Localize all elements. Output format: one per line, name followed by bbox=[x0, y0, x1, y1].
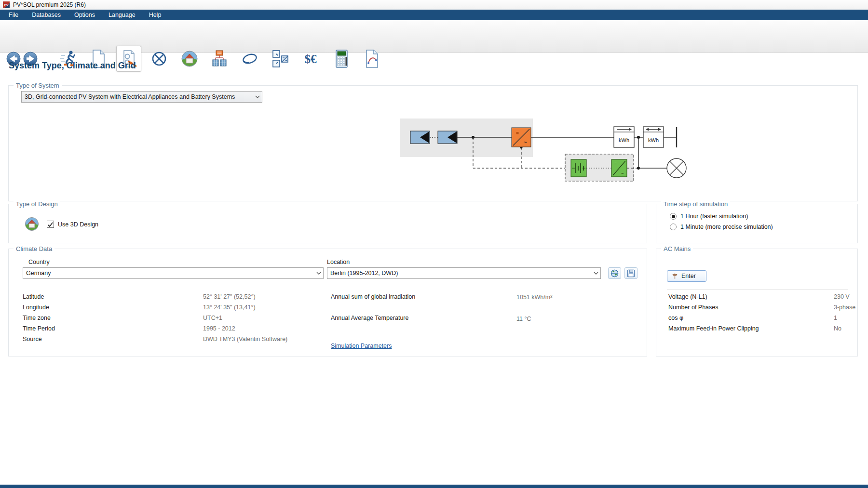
timestep-option-label: 1 Minute (more precise simulation) bbox=[680, 224, 773, 230]
app-logo-icon: PV bbox=[3, 1, 10, 8]
save-icon bbox=[626, 269, 636, 278]
menu-help[interactable]: Help bbox=[142, 10, 168, 20]
toolbar: $€ bbox=[0, 20, 868, 53]
svg-text:=: = bbox=[516, 131, 519, 136]
simulation-parameters-link[interactable]: Simulation Parameters bbox=[331, 343, 392, 349]
location-label: Location bbox=[327, 259, 350, 265]
ac-detail-row: cos φ1 bbox=[668, 313, 852, 323]
section-type-of-system: Type of System 3D, Grid-connected PV Sys… bbox=[8, 85, 858, 201]
use-3d-design-checkbox[interactable] bbox=[47, 221, 54, 228]
timestep-option-1minute[interactable]: 1 Minute (more precise simulation) bbox=[670, 224, 773, 230]
irradiation-value: 1051 kWh/m² bbox=[516, 294, 552, 301]
location-select[interactable]: Berlin (1995-2012, DWD) bbox=[327, 267, 601, 279]
irradiation-label: Annual sum of global irradiation bbox=[331, 293, 415, 300]
inverter-configuration-icon[interactable] bbox=[271, 48, 290, 70]
menu-databases[interactable]: Databases bbox=[25, 10, 68, 20]
section-label-type-of-system: Type of System bbox=[14, 82, 62, 89]
section-time-step: Time step of simulation 1 Hour (faster s… bbox=[656, 204, 858, 243]
save-climate-button[interactable] bbox=[624, 267, 637, 279]
section-label-type-of-design: Type of Design bbox=[14, 200, 60, 208]
feed-in-meter-symbol: kWh bbox=[614, 127, 634, 147]
radio-icon[interactable] bbox=[670, 213, 677, 220]
svg-text:kWh: kWh bbox=[648, 137, 659, 143]
timestep-option-label: 1 Hour (faster simulation) bbox=[680, 213, 748, 220]
power-pole-icon bbox=[671, 272, 678, 280]
chevron-down-icon bbox=[314, 272, 323, 275]
climate-detail-row: Latitude52° 31' 27" (52,52°) bbox=[23, 291, 312, 302]
ac-mains-enter-button[interactable]: Enter bbox=[667, 270, 706, 282]
page-title: System Type, Climate and Grid bbox=[9, 61, 136, 71]
temperature-label: Annual Average Temperature bbox=[331, 315, 408, 321]
grid-meter-symbol: kWh bbox=[643, 127, 664, 147]
system-type-selected-value: 3D, Grid-connected PV System with Electr… bbox=[22, 93, 253, 100]
climate-map-button[interactable] bbox=[608, 267, 621, 279]
location-selected-value: Berlin (1995-2012, DWD) bbox=[327, 270, 592, 277]
battery-system-symbol: = ~ bbox=[565, 154, 634, 181]
3d-design-icon[interactable] bbox=[180, 48, 199, 70]
section-ac-mains: AC Mains Enter Voltage (N-L1)230 V Numbe… bbox=[656, 249, 858, 356]
climate-detail-row: Time zoneUTC+1 bbox=[23, 313, 312, 323]
svg-text:$€: $€ bbox=[305, 53, 317, 66]
section-label-climate-data: Climate Data bbox=[14, 245, 54, 252]
consumer-load-symbol bbox=[667, 158, 686, 178]
window-bottom-bar bbox=[0, 485, 868, 488]
ac-detail-row: Number of Phases3-phase bbox=[668, 302, 852, 313]
menu-options[interactable]: Options bbox=[68, 10, 102, 20]
chevron-down-icon bbox=[253, 95, 262, 98]
temperature-value: 11 °C bbox=[516, 316, 531, 322]
report-icon[interactable] bbox=[362, 48, 381, 70]
globe-icon bbox=[610, 269, 619, 278]
system-schematic-diagram: = ~ kWh kWh bbox=[397, 118, 691, 185]
system-type-select[interactable]: 3D, Grid-connected PV System with Electr… bbox=[21, 91, 262, 103]
enter-button-label: Enter bbox=[681, 273, 696, 279]
climate-detail-row: Longitude13° 24' 35" (13,41°) bbox=[23, 302, 312, 313]
chevron-down-icon bbox=[592, 272, 600, 275]
timestep-option-1hour[interactable]: 1 Hour (faster simulation) bbox=[670, 213, 748, 220]
window-titlebar: PV PV*SOL premium 2025 (R6) bbox=[0, 0, 868, 10]
svg-text:~: ~ bbox=[524, 139, 527, 145]
section-label-ac-mains: AC Mains bbox=[661, 245, 693, 252]
svg-text:PV: PV bbox=[4, 3, 9, 7]
climate-detail-row: Time Period1995 - 2012 bbox=[23, 323, 312, 334]
close-project-icon[interactable] bbox=[149, 48, 169, 70]
svg-text:~: ~ bbox=[621, 171, 624, 176]
cabling-icon[interactable] bbox=[240, 48, 259, 70]
ac-detail-row: Voltage (N-L1)230 V bbox=[668, 291, 852, 302]
pv-inverter-symbol: = ~ bbox=[512, 128, 531, 147]
financial-analysis-icon[interactable]: $€ bbox=[301, 48, 320, 70]
svg-text:kWh: kWh bbox=[619, 137, 629, 143]
3d-house-icon bbox=[24, 216, 40, 232]
menu-bar: File Databases Options Language Help bbox=[0, 10, 868, 20]
section-label-time-step: Time step of simulation bbox=[661, 200, 730, 208]
application-window: PV PV*SOL premium 2025 (R6) File Databas… bbox=[0, 0, 868, 488]
system-configuration-icon[interactable] bbox=[210, 48, 229, 70]
country-select[interactable]: Germany bbox=[23, 267, 324, 279]
use-3d-design-label: Use 3D Design bbox=[58, 221, 98, 228]
svg-text:=: = bbox=[614, 161, 617, 166]
country-selected-value: Germany bbox=[23, 270, 314, 277]
menu-language[interactable]: Language bbox=[102, 10, 142, 20]
menu-file[interactable]: File bbox=[2, 10, 25, 20]
section-climate-data: Climate Data Country Germany Location Be… bbox=[8, 249, 647, 356]
divider bbox=[667, 290, 848, 290]
ac-detail-row: Maximum Feed-in Power ClippingNo bbox=[668, 323, 852, 334]
window-title: PV*SOL premium 2025 (R6) bbox=[13, 1, 86, 8]
climate-detail-row: SourceDWD TMY3 (Valentin Software) bbox=[23, 334, 312, 344]
section-type-of-design: Type of Design Use 3D Design bbox=[8, 204, 647, 243]
country-label: Country bbox=[28, 259, 50, 265]
tariff-calculator-icon[interactable] bbox=[332, 48, 351, 70]
radio-icon[interactable] bbox=[670, 224, 677, 230]
